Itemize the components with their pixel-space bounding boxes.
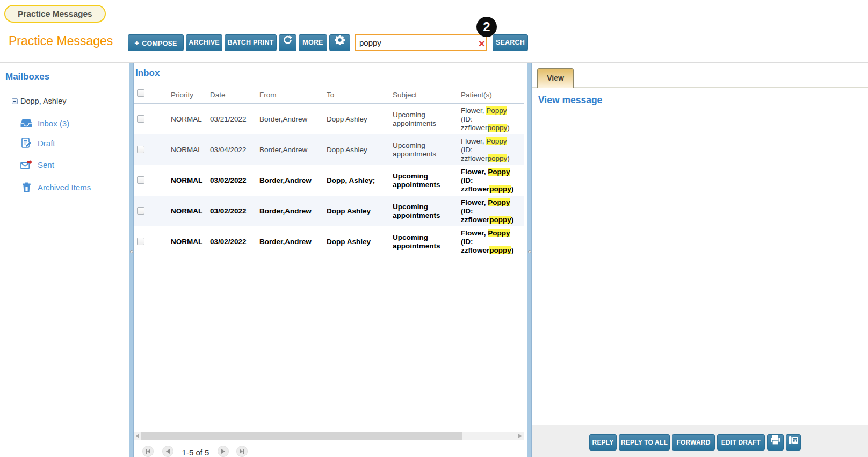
cell-to: Dopp, Ashley;	[327, 176, 389, 185]
tree-owner[interactable]: Dopp, Ashley	[12, 97, 66, 105]
refresh-button[interactable]	[279, 34, 296, 51]
batch-print-button[interactable]: BATCH PRINT	[225, 34, 277, 51]
row-checkbox[interactable]	[137, 207, 144, 215]
print-icon	[770, 435, 780, 450]
print-button[interactable]	[767, 434, 784, 451]
cell-priority: NORMAL	[171, 238, 206, 246]
scrollbar-right-arrow[interactable]	[516, 432, 523, 440]
message-row[interactable]: NORMAL03/21/2022Border,AndrewDopp Ashley…	[134, 104, 524, 134]
pagination: 1-5 of 5	[134, 446, 524, 457]
row-checkbox[interactable]	[137, 146, 144, 153]
inbox-title: Inbox	[135, 68, 160, 78]
sidebar-item-archived-items[interactable]: Archived Items	[20, 182, 91, 192]
cell-from: Border,Andrew	[259, 207, 323, 216]
toolbar: +COMPOSE ARCHIVE BATCH PRINT MORE × SEAR…	[128, 34, 528, 51]
column-header-to[interactable]: To	[327, 91, 389, 99]
cell-from: Border,Andrew	[259, 115, 323, 124]
column-header-priority[interactable]: Priority	[171, 91, 206, 99]
horizontal-scrollbar[interactable]	[134, 432, 524, 440]
cell-subject: Upcoming appointments	[393, 203, 450, 220]
forward-button[interactable]: FORWARD	[672, 434, 715, 451]
viewer-footer: REPLYREPLY TO ALLFORWARDEDIT DRAFT	[532, 425, 868, 457]
collapse-icon[interactable]	[12, 98, 18, 104]
column-header-subject[interactable]: Subject	[393, 91, 450, 99]
step-badge: 2	[476, 17, 497, 37]
sidebar-item-sent[interactable]: Sent	[20, 159, 54, 170]
cell-patient: Flower, Poppy (ID: zzflowerpoppy)	[461, 106, 520, 132]
message-row[interactable]: NORMAL03/04/2022Border,AndrewDopp Ashley…	[134, 134, 524, 165]
scrollbar-thumb[interactable]	[141, 432, 462, 440]
row-checkbox[interactable]	[137, 115, 144, 123]
refresh-icon	[283, 35, 292, 51]
cell-date: 03/02/2022	[210, 207, 256, 216]
scrollbar-left-arrow[interactable]	[134, 432, 141, 440]
search-input[interactable]	[355, 34, 487, 51]
fax-icon	[789, 435, 798, 450]
column-header-from[interactable]: From	[259, 91, 323, 99]
select-all-checkbox[interactable]	[137, 89, 144, 97]
sidebar-item-label: Sent	[38, 160, 54, 169]
last-page-button[interactable]	[236, 446, 248, 457]
first-page-button[interactable]	[142, 446, 154, 457]
search-highlight: poppy	[489, 185, 511, 193]
sidebar-item-inbox[interactable]: Inbox (3)	[20, 118, 69, 128]
cell-patient: Flower, Poppy (ID: zzflowerpoppy)	[461, 168, 520, 194]
page-title: Practice Messages	[9, 34, 113, 48]
search-highlight: Poppy	[488, 168, 510, 176]
next-page-button[interactable]	[218, 446, 229, 457]
message-row[interactable]: NORMAL03/02/2022Border,AndrewDopp Ashley…	[134, 226, 524, 257]
left-splitter[interactable]	[129, 63, 134, 457]
column-header-date[interactable]: Date	[210, 91, 256, 99]
view-tab[interactable]: View	[537, 68, 574, 88]
mailboxes-title: Mailboxes	[5, 72, 49, 82]
inbox-icon	[20, 118, 32, 128]
search-box: ×	[355, 34, 487, 51]
cell-to: Dopp Ashley	[327, 238, 389, 246]
more-button[interactable]: MORE	[299, 34, 327, 51]
cell-priority: NORMAL	[171, 115, 206, 124]
sidebar-item-label: Draft	[38, 139, 55, 148]
sent-icon	[20, 159, 32, 170]
view-panel: View View message REPLYREPLY TO ALLFORWA…	[532, 63, 868, 457]
main-area: Mailboxes Dopp, Ashley Inbox (3)DraftSen…	[0, 63, 868, 457]
archived-items-icon	[20, 182, 32, 192]
practice-messages-tab[interactable]: Practice Messages	[4, 5, 106, 23]
left-splitter-grip[interactable]	[130, 250, 133, 253]
right-splitter[interactable]	[527, 63, 532, 457]
sidebar-item-draft[interactable]: Draft	[20, 138, 55, 148]
tree-owner-label: Dopp, Ashley	[20, 97, 66, 105]
fax-button[interactable]	[786, 434, 801, 451]
view-message-heading: View message	[538, 95, 602, 106]
search-highlight: Poppy	[488, 229, 510, 237]
edit-draft-button[interactable]: EDIT DRAFT	[717, 434, 765, 451]
prev-page-button[interactable]	[162, 446, 173, 457]
archive-button[interactable]: ARCHIVE	[186, 34, 222, 51]
cell-to: Dopp Ashley	[327, 146, 389, 154]
reply-to-all-button[interactable]: REPLY TO ALL	[619, 434, 670, 451]
cell-to: Dopp Ashley	[327, 115, 389, 124]
message-row[interactable]: NORMAL03/02/2022Border,AndrewDopp, Ashle…	[134, 165, 524, 196]
column-header-patient[interactable]: Patient(s)	[461, 91, 520, 99]
page-range-label: 1-5 of 5	[179, 448, 212, 457]
cell-subject: Upcoming appointments	[393, 233, 450, 251]
mailboxes-sidebar: Mailboxes Dopp, Ashley Inbox (3)DraftSen…	[0, 63, 129, 457]
cell-patient: Flower, Poppy (ID: zzflowerpoppy)	[461, 137, 520, 163]
cell-to: Dopp Ashley	[327, 207, 389, 216]
sidebar-item-label: Archived Items	[38, 183, 91, 192]
tab-rule	[532, 87, 868, 88]
search-highlight: Poppy	[486, 106, 507, 115]
row-checkbox[interactable]	[137, 176, 144, 184]
search-highlight: poppy	[489, 246, 511, 254]
compose-button[interactable]: +COMPOSE	[128, 34, 184, 51]
reply-button[interactable]: REPLY	[589, 434, 617, 451]
message-row[interactable]: NORMAL03/02/2022Border,AndrewDopp Ashley…	[134, 196, 524, 226]
search-button[interactable]: SEARCH	[493, 34, 528, 51]
row-checkbox[interactable]	[137, 238, 144, 245]
inbox-panel: Inbox PriorityDateFromToSubjectPatient(s…	[134, 63, 524, 457]
clear-search-icon[interactable]: ×	[479, 38, 485, 48]
cell-subject: Upcoming appointments	[393, 172, 450, 189]
right-splitter-grip[interactable]	[528, 250, 531, 253]
settings-button[interactable]	[329, 34, 350, 51]
cell-from: Border,Andrew	[259, 146, 323, 154]
cell-from: Border,Andrew	[259, 176, 323, 185]
